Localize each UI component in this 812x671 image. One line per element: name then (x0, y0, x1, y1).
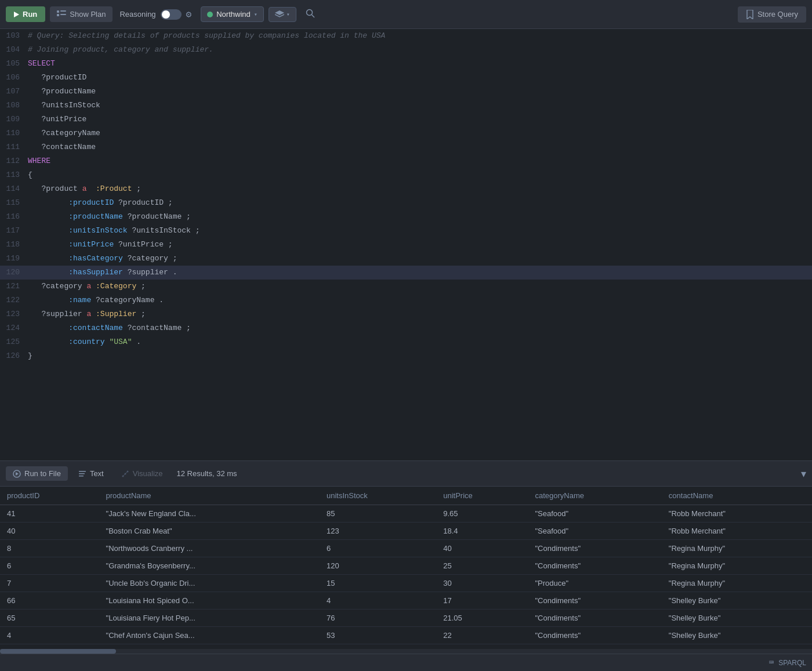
text-button[interactable]: Text (71, 466, 111, 481)
code-line: 119 :hasCategory ?category ; (0, 252, 812, 266)
line-content: ?unitsInStock (28, 99, 812, 112)
table-row[interactable]: 8"Northwoods Cranberry ...640"Condiments… (0, 540, 812, 557)
table-cell: "Regina Murphy" (662, 540, 812, 557)
table-cell: "Condiments" (528, 610, 661, 627)
line-content: :name ?categoryName . (28, 294, 812, 307)
line-number: 110 (0, 127, 28, 140)
line-content: ?unitPrice (28, 113, 812, 126)
line-content: SELECT (28, 57, 812, 70)
table-cell: 5 (0, 644, 99, 650)
line-number: 120 (0, 266, 28, 279)
table-row[interactable]: 65"Louisiana Fiery Hot Pep...7621.05"Con… (0, 610, 812, 627)
visualize-icon (121, 470, 129, 478)
line-content: :country "USA" . (28, 336, 812, 349)
line-number: 121 (0, 280, 28, 293)
svg-rect-8 (79, 473, 85, 474)
table-cell: "Grandma's Boysenberry... (99, 557, 320, 575)
run-label: Run (23, 10, 37, 19)
run-to-file-label: Run to File (24, 469, 61, 478)
run-button[interactable]: Run (6, 6, 45, 22)
code-line: 125 :country "USA" . (0, 335, 812, 349)
line-content: # Query: Selecting details of products s… (28, 30, 812, 42)
db-selector[interactable]: Northwind ▾ (201, 6, 264, 22)
sparql-badge: SPARQL (778, 659, 806, 667)
code-editor[interactable]: 103# Query: Selecting details of product… (0, 29, 812, 460)
code-line: 111 ?contactName (0, 140, 812, 154)
text-label: Text (90, 469, 104, 478)
line-number: 114 (0, 183, 28, 195)
table-cell: 40 (436, 540, 528, 557)
code-line: 126} (0, 349, 812, 363)
gear-icon[interactable]: ⚙ (186, 9, 192, 20)
line-number: 111 (0, 141, 28, 154)
line-content: WHERE (28, 155, 812, 168)
expand-button[interactable]: ▾ (801, 467, 806, 480)
table-cell: 123 (320, 523, 436, 540)
run-to-file-button[interactable]: Run to File (6, 466, 68, 481)
table-row[interactable]: 41"Jack's New England Cla...859.65"Seafo… (0, 505, 812, 523)
toolbar: Run Show Plan Reasoning ⚙ Northwind ▾ ▾ (0, 0, 812, 29)
store-query-button[interactable]: Store Query (738, 6, 806, 23)
table-cell: "Louisiana Fiery Hot Pep... (99, 610, 320, 627)
visualize-button[interactable]: Visualize (114, 466, 170, 481)
table-cell: "Condiments" (528, 644, 661, 650)
db-status-dot (207, 12, 213, 17)
bottom-toolbar: Run to File Text Visualize 12 Results, 3… (0, 461, 812, 487)
line-number: 112 (0, 155, 28, 168)
line-number: 103 (0, 30, 28, 42)
show-plan-button[interactable]: Show Plan (50, 6, 113, 22)
table-row[interactable]: 5"Chef Anton's Gumbo Mix"021.35"Condimen… (0, 644, 812, 650)
line-number: 108 (0, 99, 28, 112)
code-line: 112WHERE (0, 154, 812, 168)
table-row[interactable]: 7"Uncle Bob's Organic Dri...1530"Produce… (0, 575, 812, 592)
line-number: 113 (0, 169, 28, 182)
line-number: 107 (0, 85, 28, 98)
svg-rect-0 (57, 10, 59, 13)
search-icon (306, 9, 315, 18)
line-content: } (28, 350, 812, 362)
code-line: 118 :unitPrice ?unitPrice ; (0, 238, 812, 252)
line-content: :hasCategory ?category ; (28, 252, 812, 265)
table-cell: 25 (436, 557, 528, 575)
reasoning-label: Reasoning (119, 10, 155, 19)
table-cell: "Shelley Burke" (662, 610, 812, 627)
table-cell: "Shelley Burke" (662, 592, 812, 610)
scrollbar-thumb (0, 649, 116, 654)
play-icon (14, 12, 19, 17)
table-column-header: contactName (662, 487, 812, 505)
table-cell: 65 (0, 610, 99, 627)
line-content: :productName ?productName ; (28, 211, 812, 223)
table-cell: 6 (320, 540, 436, 557)
table-cell: 4 (320, 592, 436, 610)
svg-point-4 (306, 9, 312, 15)
table-cell: "Chef Anton's Cajun Sea... (99, 627, 320, 644)
table-row[interactable]: 6"Grandma's Boysenberry...12025"Condimen… (0, 557, 812, 575)
table-column-header: productID (0, 487, 99, 505)
results-table-wrapper[interactable]: productIDproductNameunitsInStockunitPric… (0, 487, 812, 649)
svg-rect-1 (60, 10, 66, 12)
layers-icon (275, 10, 284, 19)
search-button[interactable] (301, 6, 320, 23)
code-line: 105SELECT (0, 57, 812, 71)
table-cell: 53 (320, 627, 436, 644)
keyboard-icon: ⌨ (769, 658, 774, 668)
line-content: :unitPrice ?unitPrice ; (28, 238, 812, 251)
line-number: 106 (0, 71, 28, 84)
table-row[interactable]: 4"Chef Anton's Cajun Sea...5322"Condimen… (0, 627, 812, 644)
code-line: 121 ?category a :Category ; (0, 280, 812, 293)
table-row[interactable]: 40"Boston Crab Meat"12318.4"Seafood""Rob… (0, 523, 812, 540)
reasoning-toggle[interactable] (161, 9, 182, 20)
code-line: 114 ?product a :Product ; (0, 182, 812, 196)
status-bar: ⌨ SPARQL (0, 654, 812, 671)
code-line: 104# Joining product, category and suppl… (0, 43, 812, 57)
table-cell: "Regina Murphy" (662, 557, 812, 575)
visualize-label: Visualize (133, 469, 163, 478)
code-line: 120 :hasSupplier ?supplier . (0, 266, 812, 280)
table-cell: 18.4 (436, 523, 528, 540)
line-number: 117 (0, 224, 28, 237)
svg-rect-3 (60, 14, 66, 15)
horizontal-scrollbar[interactable] (0, 649, 812, 654)
layers-button[interactable]: ▾ (269, 7, 296, 22)
table-cell: "Robb Merchant" (662, 505, 812, 523)
table-row[interactable]: 66"Louisiana Hot Spiced O...417"Condimen… (0, 592, 812, 610)
